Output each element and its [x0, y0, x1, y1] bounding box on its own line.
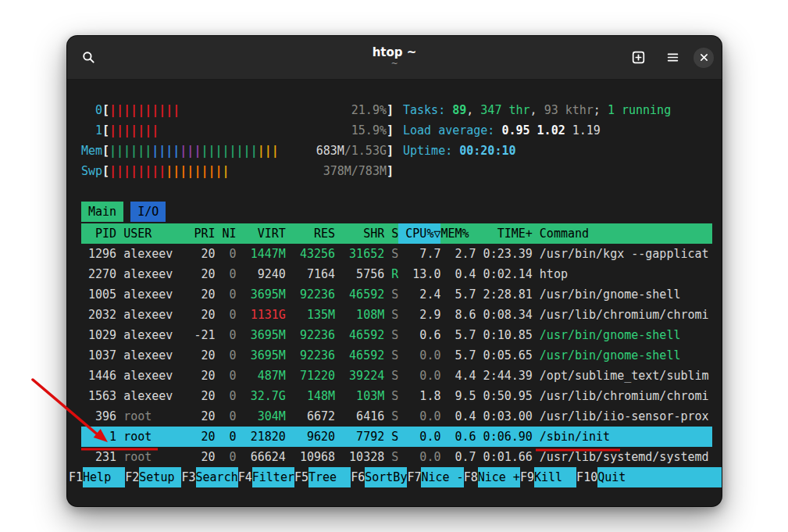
meter-cpu1: 1[|||||||15.9%] [81, 120, 394, 141]
cell-time: 2:44.39 [476, 366, 533, 386]
cell-time: 0:01.66 [476, 447, 533, 467]
cell-s: S [384, 244, 398, 264]
process-row[interactable]: 396root200304M66726416S0.00.40:03.00/usr… [81, 406, 712, 427]
cell-virt: 3695M [237, 345, 286, 366]
cell-time: 0:23.39 [476, 244, 533, 264]
process-row[interactable]: 231root200666241096810328S0.00.70:01.66/… [81, 447, 712, 467]
fkey-label[interactable]: Setup [139, 467, 181, 487]
cell-time: 2:28.81 [476, 284, 533, 305]
column-header-cpu[interactable]: CPU%▽ [398, 223, 440, 244]
cell-virt: 3695M [237, 325, 286, 345]
cell-cpu: 2.4 [398, 284, 440, 305]
cell-ni: 0 [216, 386, 237, 406]
cell-pid: 1563 [81, 386, 116, 406]
meter-close-bracket: ] [387, 161, 394, 181]
process-row[interactable]: 2032alexeev2001131G135M108MS2.98.60:08.3… [81, 305, 712, 325]
tab-io[interactable]: I/O [130, 202, 166, 222]
new-tab-button[interactable] [625, 45, 651, 71]
fkey-key[interactable]: F6 [351, 467, 365, 487]
cell-cpu: 1.8 [398, 386, 440, 406]
meter-bar: ||||||||||||||||||||||||683M/1.53G [109, 141, 387, 161]
fkey-label[interactable]: Nice + [478, 467, 520, 487]
new-tab-icon [632, 51, 645, 64]
cell-user: alexeev [116, 305, 187, 325]
cell-mem: 4.4 [440, 366, 476, 386]
process-row[interactable]: 1029alexeev-2103695M9223646592S0.65.70:1… [81, 325, 712, 345]
cell-shr: 108M [335, 305, 384, 325]
cell-cpu: 0.6 [398, 325, 440, 345]
fkey-key[interactable]: F9 [520, 467, 534, 487]
fkey-label[interactable]: Tree [308, 467, 351, 487]
process-row[interactable]: 1037alexeev2003695M9223646592S0.05.70:05… [81, 345, 712, 366]
process-row[interactable]: 1root2002182096207792S0.00.60:06.90/sbin… [81, 427, 712, 447]
fkey-key[interactable]: F5 [294, 467, 308, 487]
fkey-key[interactable]: F10 [576, 467, 597, 487]
close-icon [700, 53, 708, 62]
cell-s: S [384, 427, 398, 447]
fkey-label[interactable]: Filter [252, 467, 294, 487]
column-header-mem[interactable]: MEM% [440, 223, 476, 244]
cell-user: root [116, 406, 187, 427]
column-header-time[interactable]: TIME+ [476, 223, 533, 244]
cell-res: 92236 [286, 284, 335, 305]
column-header-user[interactable]: USER [116, 223, 187, 244]
column-header-cmd[interactable]: Command [533, 223, 712, 244]
cell-shr: 5756 [335, 264, 384, 284]
column-header-virt[interactable]: VIRT [237, 223, 286, 244]
fkey-label[interactable]: SortBy [365, 467, 407, 487]
fkey-key[interactable]: F3 [181, 467, 195, 487]
meter-bar-segment: |||||||| [201, 144, 257, 158]
fkey-key[interactable]: F1 [69, 467, 83, 487]
column-header-res[interactable]: RES [286, 223, 335, 244]
cell-cpu: 0.0 [398, 345, 440, 366]
fkey-label[interactable]: Kill [534, 467, 576, 487]
column-header-shr[interactable]: SHR [335, 223, 384, 244]
cell-cmd: htop [533, 264, 712, 284]
info-text: 347 thr [480, 103, 529, 117]
meter-value-text: 15.9% [351, 123, 387, 137]
meter-bar: |||||||15.9% [109, 120, 387, 141]
cell-s: S [384, 345, 398, 366]
column-header-pri[interactable]: PRI [187, 223, 215, 244]
menu-button[interactable] [659, 45, 686, 71]
tab-main[interactable]: Main [81, 202, 123, 222]
process-row[interactable]: 2270alexeev200924071645756R13.00.40:02.1… [81, 264, 712, 284]
meter-open-bracket: [ [102, 100, 109, 120]
cell-cpu: 0.0 [398, 447, 440, 467]
cell-s: S [384, 305, 398, 325]
search-button[interactable] [75, 45, 102, 71]
cell-s: S [384, 366, 398, 386]
cell-ni: 0 [216, 427, 237, 447]
cell-s: S [384, 325, 398, 345]
meter-value: 21.9% [351, 100, 387, 120]
process-row[interactable]: 1446alexeev200487M7122039224S0.04.42:44.… [81, 366, 712, 386]
cell-s: S [384, 284, 398, 305]
cell-virt: 21820 [237, 427, 286, 447]
column-header-ni[interactable]: NI [216, 223, 237, 244]
process-row[interactable]: 1005alexeev2003695M9223646592S2.45.72:28… [81, 284, 712, 305]
meter-value-text: 21.9% [351, 103, 387, 117]
fkey-label[interactable]: Search [196, 467, 238, 487]
fkey-label[interactable]: Nice - [421, 467, 463, 487]
cell-res: 43256 [286, 244, 335, 264]
fkey-key[interactable]: F7 [407, 467, 421, 487]
cell-pid: 1037 [81, 345, 116, 366]
cell-shr: 31652 [335, 244, 384, 264]
column-header-s[interactable]: S [384, 223, 398, 244]
fkey-key[interactable]: F2 [125, 467, 139, 487]
cell-cmd: /usr/lib/systemd/systemd [533, 447, 712, 467]
cell-ni: 0 [216, 264, 237, 284]
fkey-label[interactable]: Quit [597, 467, 722, 487]
column-header-pid[interactable]: PID [81, 223, 116, 244]
process-row[interactable]: 1563alexeev20032.7G148M103MS1.89.50:50.9… [81, 386, 712, 406]
cell-pid: 396 [81, 406, 116, 427]
fkey-label[interactable]: Help [83, 467, 125, 487]
cell-res: 92236 [286, 345, 335, 366]
close-button[interactable] [694, 48, 714, 68]
fkey-key[interactable]: F4 [238, 467, 252, 487]
fkey-key[interactable]: F8 [464, 467, 478, 487]
cell-pid: 1296 [81, 244, 116, 264]
cell-cpu: 0.0 [398, 366, 440, 386]
cell-cmd: /usr/lib/chromium/chromi [533, 386, 712, 406]
process-row[interactable]: 1296alexeev2001447M4325631652S7.72.70:23… [81, 244, 712, 264]
